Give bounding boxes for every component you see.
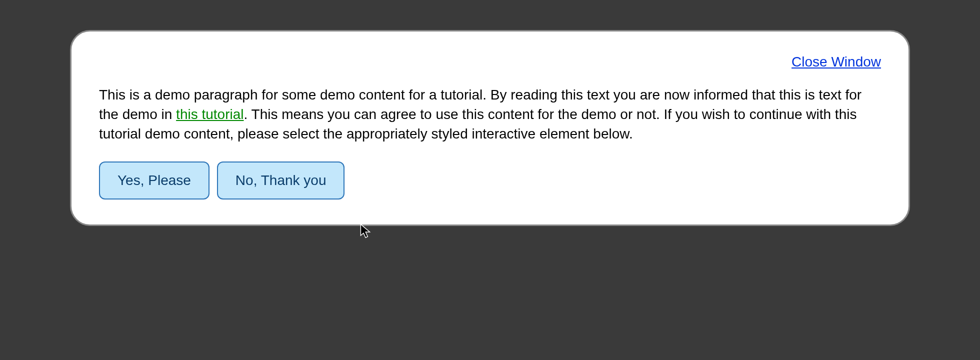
cursor-icon <box>360 224 374 240</box>
yes-button[interactable]: Yes, Please <box>99 162 210 200</box>
modal-paragraph: This is a demo paragraph for some demo c… <box>99 85 881 144</box>
button-row: Yes, Please No, Thank you <box>99 162 881 200</box>
no-button[interactable]: No, Thank you <box>217 162 345 200</box>
close-window-link[interactable]: Close Window <box>792 54 881 70</box>
tutorial-link[interactable]: this tutorial <box>176 106 244 122</box>
modal-dialog: Close Window This is a demo paragraph fo… <box>70 30 910 226</box>
close-link-container: Close Window <box>99 54 881 70</box>
